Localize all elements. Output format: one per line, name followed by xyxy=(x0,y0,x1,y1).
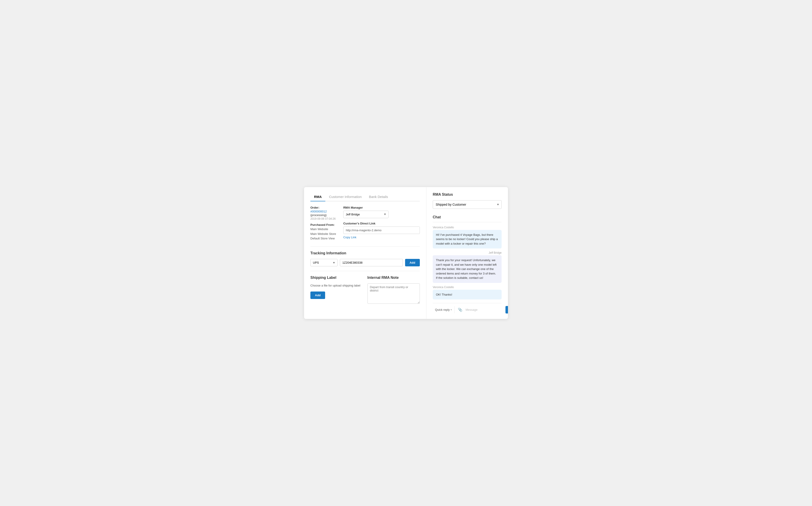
rma-status-section: RMA Status Shipped by Customer ▼ xyxy=(433,192,502,209)
chat-bubble-1: Hi! I've purchased 4 Voyage Bags, but th… xyxy=(433,230,502,249)
chat-message-2: Jeff Bridge Thank you for your request! … xyxy=(433,251,502,283)
tracking-number-input[interactable] xyxy=(340,259,403,266)
tracking-section: Tracking Information UPS ▼ Add xyxy=(310,251,420,266)
copy-link-button[interactable]: Copy Link xyxy=(343,236,356,239)
chat-messages: Veronica Costello Hi! I've purchased 4 V… xyxy=(433,226,502,300)
left-panel: RMA Customer Information Bank Details Or… xyxy=(304,187,426,319)
chat-section: Chat Veronica Costello Hi! I've purchase… xyxy=(433,215,502,314)
shipping-label-add-button[interactable]: Add xyxy=(310,291,325,299)
attach-icon[interactable]: 📎 xyxy=(457,306,464,313)
chat-message-3: Veronica Costello OK! Thanks! xyxy=(433,285,502,300)
purchased-line-2: Main Website Store xyxy=(310,232,336,236)
tracking-row: UPS ▼ Add xyxy=(310,259,420,266)
internal-note-section: Internal RMA Note xyxy=(368,276,420,305)
chat-message-1: Veronica Costello Hi! I've purchased 4 V… xyxy=(433,226,502,249)
carrier-select[interactable]: UPS xyxy=(310,259,338,266)
section-divider-2 xyxy=(310,271,420,271)
message-input[interactable] xyxy=(466,308,504,312)
purchased-line-3: Default Store View xyxy=(310,237,335,240)
order-info-row: Order: #000000012 (processing) 2019-09-0… xyxy=(310,206,420,241)
tabs-bar: RMA Customer Information Bank Details xyxy=(310,192,420,201)
shipping-label-section: Shipping Label Choose a file for upload … xyxy=(310,276,363,299)
internal-note-textarea[interactable] xyxy=(368,283,420,304)
rma-status-select-wrap: Shipped by Customer ▼ xyxy=(433,200,502,209)
order-number-link[interactable]: #000000012 xyxy=(310,210,336,213)
internal-note-title: Internal RMA Note xyxy=(368,276,420,280)
rma-status-title: RMA Status xyxy=(433,192,502,196)
purchased-from-label: Purchased From: xyxy=(310,223,336,227)
chat-title: Chat xyxy=(433,215,502,219)
direct-link-input[interactable] xyxy=(343,227,420,234)
chat-bubble-3: OK! Thanks! xyxy=(433,290,502,300)
chat-sender-2: Jeff Bridge xyxy=(433,251,502,254)
right-panel: RMA Status Shipped by Customer ▼ Chat Ve… xyxy=(426,187,508,319)
order-info-right: RMA Manager Jeff Bridge ▼ Customer's Dir… xyxy=(343,206,420,241)
section-divider-1 xyxy=(310,246,420,247)
chat-sender-1: Veronica Costello xyxy=(433,226,502,229)
rma-manager-select[interactable]: Jeff Bridge xyxy=(343,210,389,218)
tracking-title: Tracking Information xyxy=(310,251,420,255)
rma-status-select[interactable]: Shipped by Customer xyxy=(433,200,502,209)
purchased-line-1: Main Website xyxy=(310,228,328,231)
order-date: 2019-09-06 07:04:26 xyxy=(310,217,336,221)
main-card: RMA Customer Information Bank Details Or… xyxy=(304,187,508,319)
quick-reply-chevron-icon: ▾ xyxy=(451,309,452,311)
shipping-label-title: Shipping Label xyxy=(310,276,363,280)
chat-bubble-2: Thank you for your request! Unfortunatel… xyxy=(433,255,502,283)
carrier-select-wrap: UPS ▼ xyxy=(310,259,338,266)
tab-bank-details[interactable]: Bank Details xyxy=(365,192,392,201)
order-info-left: Order: #000000012 (processing) 2019-09-0… xyxy=(310,206,336,241)
tracking-add-button[interactable]: Add xyxy=(405,259,420,266)
tab-customer-info[interactable]: Customer Information xyxy=(325,192,365,201)
chat-input-row: Quick reply ▾ 📎 Send xyxy=(433,303,502,314)
direct-link-section: Customer's Direct Link Copy Link xyxy=(343,222,420,239)
direct-link-label: Customer's Direct Link xyxy=(343,222,420,225)
bottom-row: Shipping Label Choose a file for upload … xyxy=(310,276,420,305)
order-label: Order: xyxy=(310,206,336,209)
quick-reply-label: Quick reply xyxy=(435,308,450,312)
chat-divider xyxy=(433,222,502,222)
tab-rma[interactable]: RMA xyxy=(310,192,325,201)
rma-manager-select-wrap: Jeff Bridge ▼ xyxy=(343,210,389,218)
quick-reply-button[interactable]: Quick reply ▾ xyxy=(433,306,455,313)
purchased-from-value: Main Website Main Website Store Default … xyxy=(310,227,336,241)
rma-manager-label: RMA Manager xyxy=(343,206,420,209)
shipping-label-desc: Choose a file for upload shipping label xyxy=(310,283,363,288)
order-status: (processing) xyxy=(310,214,327,217)
chat-sender-3: Veronica Costello xyxy=(433,285,502,289)
send-button[interactable]: Send xyxy=(505,306,508,314)
